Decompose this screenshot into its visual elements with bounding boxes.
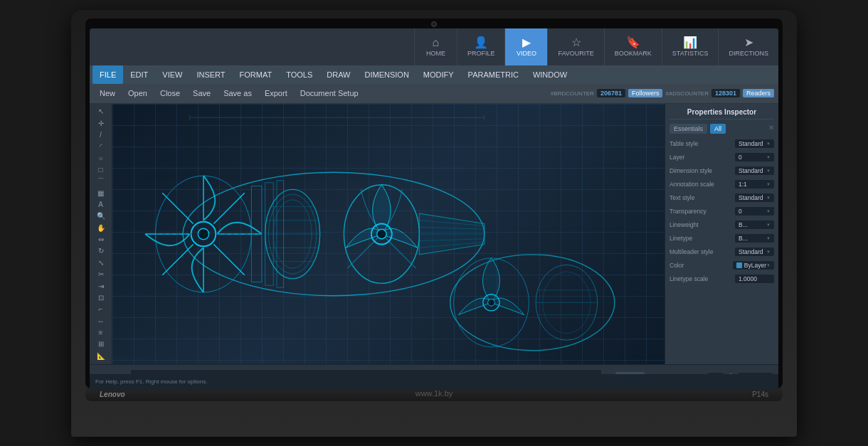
prop-label-annot: Annotation scale: [669, 181, 714, 188]
tool-text[interactable]: A: [92, 199, 110, 209]
prop-val-lts[interactable]: 1.0000: [735, 275, 774, 283]
home-icon: ⌂: [433, 37, 440, 48]
directions-icon: ➤: [744, 37, 753, 48]
menu-modify[interactable]: MODIFY: [416, 65, 461, 84]
tool-scale[interactable]: ⤡: [92, 257, 110, 267]
prop-label-table: Table style: [669, 140, 698, 147]
favourite-icon: ☆: [571, 37, 581, 48]
video-icon: ▶: [522, 37, 531, 48]
prop-ltscale: Linetype scale 1.0000: [669, 273, 774, 285]
tool-move[interactable]: ✛: [92, 118, 110, 128]
tool-circle[interactable]: ○: [92, 153, 110, 163]
svg-line-6: [162, 193, 193, 223]
tool-select[interactable]: ↖: [92, 107, 110, 117]
prop-val-layer[interactable]: 0: [735, 153, 774, 161]
menu-tools[interactable]: TOOLS: [279, 65, 319, 84]
prop-val-ml[interactable]: Standard: [735, 248, 774, 256]
tool-zoom[interactable]: 🔍: [92, 211, 110, 221]
prop-val-color[interactable]: ByLayer: [733, 261, 774, 270]
readers-badge: Readers: [743, 89, 774, 97]
prop-val-lt[interactable]: B...: [735, 234, 774, 243]
tool-line[interactable]: /: [92, 129, 110, 139]
menu-format[interactable]: FORMAT: [233, 65, 280, 84]
help-text: For Help, press F1. Right mouse for opti…: [95, 378, 207, 385]
website-credit: www.1k.by: [416, 389, 453, 398]
tool-trim[interactable]: ✂: [92, 270, 110, 280]
prop-annotation: Annotation scale 1:1: [669, 179, 774, 190]
prop-layer: Layer 0: [669, 152, 774, 163]
toolbar-close[interactable]: Close: [154, 87, 186, 99]
menu-edit[interactable]: EDIT: [123, 65, 155, 84]
tool-mirror[interactable]: ⇔: [92, 234, 110, 244]
menu-dimension[interactable]: DIMENSION: [357, 65, 416, 84]
prop-val-dim[interactable]: Standard: [735, 166, 774, 175]
toolbar-export[interactable]: Export: [259, 87, 293, 99]
nav-home-label: HOME: [426, 50, 445, 57]
left-toolbar: ↖ ✛ / ◜ ○ □ ⌒ ▦ A 🔍 ✋ ⇔ ↻ ⤡ ✂ ⇥ ⊡: [90, 104, 112, 364]
tool-arc[interactable]: ◜: [92, 142, 110, 152]
bookmark-icon: 🔖: [626, 37, 640, 48]
toolbar-saveas[interactable]: Save as: [218, 87, 258, 99]
nav-directions[interactable]: ➤ DIRECTIONS: [718, 28, 778, 65]
nav-profile[interactable]: 👤 PROFILE: [457, 28, 505, 65]
toolbar-open[interactable]: Open: [122, 87, 153, 99]
tool-pan[interactable]: ✋: [92, 223, 110, 233]
menu-view[interactable]: VIEW: [155, 65, 189, 84]
toolbar-save[interactable]: Save: [187, 87, 216, 99]
prop-label-text: Text style: [669, 194, 694, 201]
tool-block[interactable]: ⊞: [92, 339, 110, 349]
tool-offset[interactable]: ⊡: [92, 292, 110, 302]
help-bar: For Help, press F1. Right mouse for opti…: [90, 374, 778, 390]
nav-home[interactable]: ⌂ HOME: [414, 28, 457, 65]
menu-parametric[interactable]: PARAMETRIC: [461, 65, 526, 84]
webcam: [431, 21, 437, 27]
prop-val-annot[interactable]: 1:1: [735, 180, 774, 189]
tool-dimension[interactable]: ↔: [92, 316, 110, 326]
model-label: P14s: [752, 391, 768, 398]
panel-tab-essentials[interactable]: Essentials: [669, 124, 707, 134]
prop-table-style: Table style Standard: [669, 138, 774, 149]
canvas-area[interactable]: [112, 104, 665, 364]
prop-val-table[interactable]: Standard: [735, 139, 774, 148]
adscounter-label: #ADSCOUNTER: [665, 90, 708, 97]
prop-val-lw[interactable]: B...: [735, 221, 774, 229]
properties-panel: Properties Inspector Essentials All ✕ Ta…: [665, 104, 778, 364]
statistics-icon: 📊: [683, 37, 697, 48]
canvas-background: [112, 104, 665, 364]
tool-extend[interactable]: ⇥: [92, 281, 110, 291]
nav-video[interactable]: ▶ VIDEO: [504, 28, 547, 65]
tool-hatch[interactable]: ▦: [92, 188, 110, 198]
profile-icon: 👤: [474, 37, 488, 48]
nav-favourite[interactable]: ☆ FAVOURITE: [547, 28, 603, 65]
svg-line-9: [213, 244, 244, 275]
tool-layer[interactable]: ≡: [92, 327, 110, 337]
menu-file[interactable]: FILE: [92, 65, 123, 84]
counter-group: #BRDCOUNTER 206781 Followers #ADSCOUNTER…: [551, 89, 774, 97]
color-value: ByLayer: [744, 262, 766, 269]
tool-rotate[interactable]: ↻: [92, 246, 110, 256]
tool-fillet[interactable]: ⌐: [92, 304, 110, 314]
toolbar-new[interactable]: New: [94, 87, 121, 99]
menu-bar: FILE EDIT VIEW INSERT FORMAT TOOLS DRAW …: [90, 65, 778, 84]
prop-val-text[interactable]: Standard: [735, 193, 774, 202]
nav-profile-label: PROFILE: [467, 50, 495, 57]
laptop-body: ⌂ HOME 👤 PROFILE ▶ VIDEO ☆ FAVOURITE 🔖: [71, 10, 797, 437]
menu-insert[interactable]: INSERT: [189, 65, 232, 84]
tool-rect[interactable]: □: [92, 164, 110, 174]
tool-polyline[interactable]: ⌒: [92, 176, 110, 186]
nav-statistics[interactable]: 📊 STATISTICS: [662, 28, 719, 65]
panel-tab-all[interactable]: All: [710, 124, 726, 134]
tool-measure[interactable]: 📐: [92, 351, 110, 361]
followers-badge: Followers: [628, 89, 663, 97]
prop-lineweight: Lineweight B...: [669, 219, 774, 230]
toolbar-document-setup[interactable]: Document Setup: [295, 87, 364, 99]
panel-close[interactable]: ✕: [768, 124, 774, 134]
prop-val-transp[interactable]: 0: [735, 207, 774, 216]
prop-label-transp: Transparency: [669, 208, 706, 215]
menu-draw[interactable]: DRAW: [319, 65, 357, 84]
prop-transparency: Transparency 0: [669, 206, 774, 217]
menu-window[interactable]: WINDOW: [526, 65, 574, 84]
nav-bookmark[interactable]: 🔖 BOOKMARK: [604, 28, 662, 65]
prop-label-lw: Lineweight: [669, 221, 699, 228]
prop-multileader: Multileader style Standard: [669, 246, 774, 257]
